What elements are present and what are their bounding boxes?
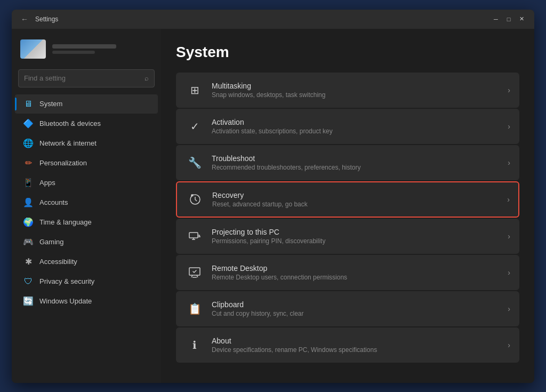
personalization-icon: ✏	[23, 158, 33, 168]
sidebar-item-label-apps: Apps	[39, 179, 55, 187]
window-title: Settings	[35, 15, 58, 23]
sidebar-item-label-bluetooth: Bluetooth & devices	[39, 119, 101, 127]
avatar	[20, 39, 46, 59]
back-button[interactable]: ←	[18, 13, 31, 26]
sidebar-item-network[interactable]: 🌐 Network & internet	[15, 134, 158, 153]
troubleshoot-arrow: ›	[508, 158, 510, 167]
activation-arrow: ›	[508, 122, 510, 131]
titlebar: ← Settings ─ □ ✕	[12, 10, 534, 29]
projecting-desc: Permissions, pairing PIN, discoverabilit…	[212, 237, 503, 245]
activation-title: Activation	[212, 118, 503, 126]
user-subtitle	[52, 51, 95, 54]
settings-item-troubleshoot[interactable]: 🔧 Troubleshoot Recommended troubleshoote…	[176, 145, 519, 180]
main-panel: System ⊞ Multitasking Snap windows, desk…	[161, 29, 534, 383]
network-icon: 🌐	[23, 139, 33, 148]
sidebar-item-apps[interactable]: 📱 Apps	[15, 173, 158, 193]
about-icon: ℹ	[185, 335, 204, 355]
search-input[interactable]	[24, 74, 144, 82]
settings-item-projecting[interactable]: Projecting to this PC Permissions, pairi…	[176, 219, 519, 254]
sidebar-item-label-personalization: Personalization	[39, 159, 87, 167]
remote-desktop-text: Remote Desktop Remote Desktop users, con…	[212, 264, 503, 281]
apps-icon: 📱	[23, 178, 33, 188]
multitasking-text: Multitasking Snap windows, desktops, tas…	[212, 82, 503, 99]
troubleshoot-text: Troubleshoot Recommended troubleshooters…	[212, 154, 503, 171]
clipboard-desc: Cut and copy history, sync, clear	[212, 310, 503, 317]
settings-item-multitasking[interactable]: ⊞ Multitasking Snap windows, desktops, t…	[176, 73, 519, 108]
settings-item-recovery[interactable]: Recovery Reset, advanced startup, go bac…	[176, 181, 519, 218]
troubleshoot-desc: Recommended troubleshooters, preferences…	[212, 164, 503, 171]
projecting-icon	[185, 227, 204, 246]
sidebar-item-label-privacy: Privacy & security	[39, 277, 94, 285]
sidebar-item-privacy[interactable]: 🛡 Privacy & security	[15, 272, 158, 291]
settings-item-activation[interactable]: ✓ Activation Activation state, subscript…	[176, 109, 519, 144]
settings-item-clipboard[interactable]: 📋 Clipboard Cut and copy history, sync, …	[176, 291, 519, 326]
sidebar-item-label-network: Network & internet	[39, 139, 97, 147]
about-title: About	[212, 337, 503, 345]
sidebar-item-accounts[interactable]: 👤 Accounts	[15, 193, 158, 212]
about-arrow: ›	[508, 341, 510, 349]
activation-text: Activation Activation state, subscriptio…	[212, 118, 503, 135]
projecting-arrow: ›	[508, 232, 510, 241]
accounts-icon: 👤	[23, 198, 33, 207]
sidebar-item-bluetooth[interactable]: 🔷 Bluetooth & devices	[15, 114, 158, 133]
multitasking-icon: ⊞	[185, 81, 204, 100]
time-icon: 🌍	[23, 218, 33, 227]
privacy-icon: 🛡	[23, 277, 33, 286]
recovery-text: Recovery Reset, advanced startup, go bac…	[212, 191, 503, 208]
accessibility-icon: ✱	[23, 257, 33, 267]
page-title: System	[176, 44, 519, 61]
settings-window: ← Settings ─ □ ✕ ⌕	[12, 10, 534, 383]
about-desc: Device specifications, rename PC, Window…	[212, 346, 503, 354]
update-icon: 🔄	[23, 297, 33, 306]
sidebar-item-label-gaming: Gaming	[39, 238, 64, 246]
sidebar-item-time[interactable]: 🌍 Time & language	[15, 213, 158, 232]
troubleshoot-icon: 🔧	[185, 153, 204, 172]
clipboard-text: Clipboard Cut and copy history, sync, cl…	[212, 300, 503, 317]
sidebar-item-label-update: Windows Update	[39, 297, 92, 305]
maximize-button[interactable]: □	[502, 13, 515, 26]
recovery-arrow: ›	[507, 195, 510, 204]
sidebar-nav: 🖥 System 🔷 Bluetooth & devices 🌐 Network…	[12, 94, 161, 311]
remote-desktop-title: Remote Desktop	[212, 264, 503, 273]
sidebar-item-label-system: System	[39, 100, 62, 108]
projecting-title: Projecting to this PC	[212, 228, 503, 236]
bluetooth-icon: 🔷	[23, 119, 33, 129]
troubleshoot-title: Troubleshoot	[212, 154, 503, 163]
remote-desktop-desc: Remote Desktop users, connection permiss…	[212, 274, 503, 281]
sidebar-item-accessibility[interactable]: ✱ Accessibility	[15, 252, 158, 271]
activation-icon: ✓	[185, 117, 204, 136]
projecting-text: Projecting to this PC Permissions, pairi…	[212, 228, 503, 245]
recovery-title: Recovery	[212, 191, 503, 199]
system-icon: 🖥	[23, 99, 33, 109]
user-name	[52, 44, 116, 49]
activation-desc: Activation state, subscriptions, product…	[212, 127, 503, 135]
sidebar-item-label-accounts: Accounts	[39, 198, 68, 206]
sidebar-item-system[interactable]: 🖥 System	[15, 94, 158, 114]
sidebar-item-label-accessibility: Accessibility	[39, 258, 77, 266]
multitasking-title: Multitasking	[212, 82, 503, 90]
settings-item-about[interactable]: ℹ About Device specifications, rename PC…	[176, 327, 519, 363]
svg-rect-1	[189, 233, 198, 238]
clipboard-icon: 📋	[185, 299, 204, 318]
close-button[interactable]: ✕	[515, 13, 528, 26]
window-controls: ─ □ ✕	[489, 13, 528, 26]
remote-desktop-icon	[185, 263, 204, 282]
sidebar-item-update[interactable]: 🔄 Windows Update	[15, 292, 158, 311]
sidebar: ⌕ 🖥 System 🔷 Bluetooth & devices 🌐 Netwo…	[12, 29, 161, 383]
sidebar-item-gaming[interactable]: 🎮 Gaming	[15, 233, 158, 252]
multitasking-desc: Snap windows, desktops, task switching	[212, 91, 503, 99]
search-box[interactable]: ⌕	[18, 69, 155, 87]
clipboard-title: Clipboard	[212, 300, 503, 309]
about-text: About Device specifications, rename PC, …	[212, 337, 503, 354]
search-icon: ⌕	[144, 74, 149, 82]
recovery-desc: Reset, advanced startup, go back	[212, 201, 503, 208]
user-info	[52, 44, 116, 54]
settings-list: ⊞ Multitasking Snap windows, desktops, t…	[176, 73, 519, 363]
recovery-icon	[186, 190, 205, 209]
user-section	[12, 35, 161, 67]
sidebar-item-personalization[interactable]: ✏ Personalization	[15, 154, 158, 173]
multitasking-arrow: ›	[508, 86, 510, 94]
main-content-area: ⌕ 🖥 System 🔷 Bluetooth & devices 🌐 Netwo…	[12, 29, 534, 383]
minimize-button[interactable]: ─	[489, 13, 502, 26]
settings-item-remote-desktop[interactable]: Remote Desktop Remote Desktop users, con…	[176, 255, 519, 290]
